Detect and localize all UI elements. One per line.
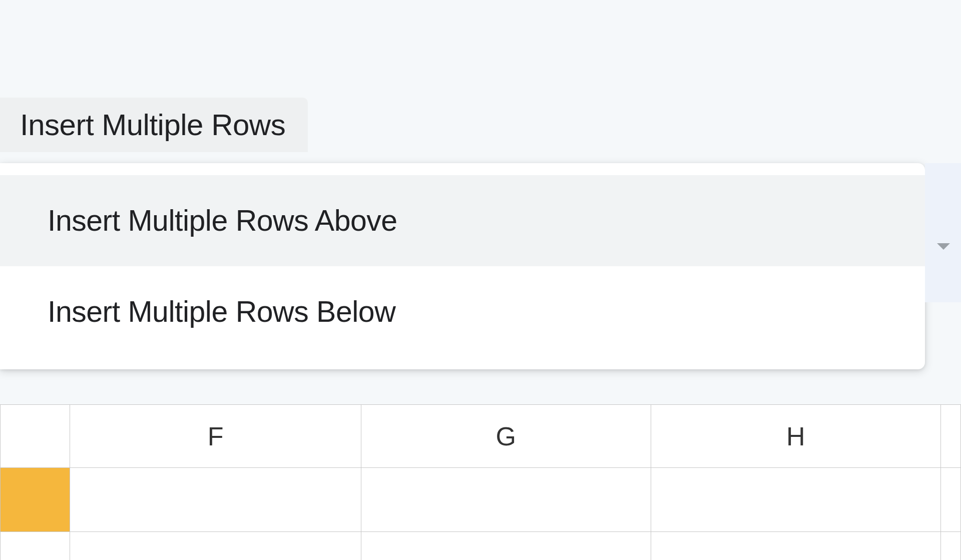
menu-item-insert-rows-above[interactable]: Insert Multiple Rows Above [0, 175, 925, 266]
table-row [1, 468, 961, 532]
toolbar-dropdown-strip[interactable] [925, 163, 961, 302]
column-header-g[interactable]: G [361, 405, 651, 468]
table-row [1, 532, 961, 561]
cell[interactable] [941, 468, 961, 532]
column-header-label: F [208, 422, 224, 451]
column-header-label: G [496, 422, 516, 451]
cell[interactable] [941, 532, 961, 561]
column-header-label: H [786, 422, 805, 451]
menu-item-insert-rows-below[interactable]: Insert Multiple Rows Below [0, 266, 925, 357]
cell[interactable] [70, 468, 361, 532]
chevron-down-icon [937, 243, 950, 250]
cell[interactable] [651, 532, 941, 561]
column-header-h[interactable]: H [651, 405, 941, 468]
menu-tab-insert-multiple-rows[interactable]: Insert Multiple Rows [0, 98, 308, 152]
cell[interactable] [70, 532, 361, 561]
cell[interactable] [361, 468, 651, 532]
cell[interactable] [1, 532, 70, 561]
cell[interactable] [651, 468, 941, 532]
menu-tab-label: Insert Multiple Rows [20, 108, 285, 142]
dropdown-panel: Insert Multiple Rows Above Insert Multip… [0, 163, 925, 369]
cell[interactable] [361, 532, 651, 561]
cell-selected[interactable] [1, 468, 70, 532]
menu-item-label: Insert Multiple Rows Below [48, 295, 395, 329]
column-header-partial-right[interactable] [941, 405, 961, 468]
column-header-partial-left[interactable] [1, 405, 70, 468]
spreadsheet-grid: F G H [0, 404, 961, 560]
menu-item-label: Insert Multiple Rows Above [48, 204, 397, 238]
column-header-f[interactable]: F [70, 405, 361, 468]
